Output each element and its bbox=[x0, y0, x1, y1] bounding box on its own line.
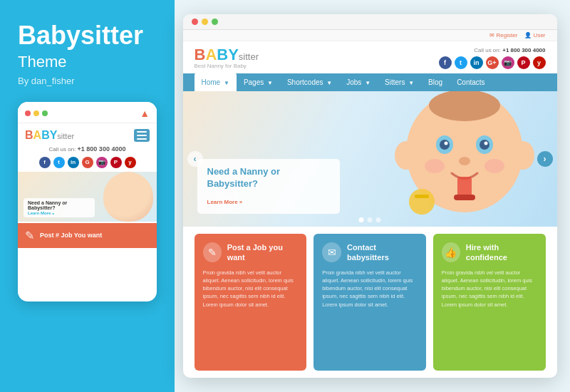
svg-point-4 bbox=[440, 140, 450, 150]
left-panel: Babysitter Theme By dan_fisher ▲ BABYsit… bbox=[0, 0, 175, 392]
svg-rect-16 bbox=[415, 195, 429, 198]
nav-sitters[interactable]: Sitters ▼ bbox=[378, 73, 421, 91]
mobile-logo: BABYsitter bbox=[25, 129, 74, 142]
desktop-callus: Call us on: +1 800 300 4000 bbox=[439, 47, 546, 53]
hamburger-line bbox=[137, 131, 147, 133]
dot-yellow bbox=[202, 19, 208, 25]
mobile-topbar: ▲ bbox=[18, 102, 157, 123]
hero-prev-button[interactable]: ‹ bbox=[187, 151, 203, 167]
mobile-hamburger[interactable] bbox=[134, 129, 150, 142]
feature-card-contact: ✉ Contact babysitters Proin gravida nibh… bbox=[314, 234, 426, 371]
mobile-social: f t in G 📷 P y bbox=[18, 155, 157, 172]
right-panel: ✉ Register 👤 User BABYsitter Best Nanny … bbox=[175, 0, 570, 392]
nav-home[interactable]: Home ▼ bbox=[195, 73, 237, 91]
fc-title-post: Post a Job you want bbox=[227, 242, 298, 263]
feature-card-post: ✎ Post a Job you want Proin gravida nibh… bbox=[195, 234, 307, 371]
pinterest-icon[interactable]: P bbox=[517, 56, 530, 69]
mobile-post-card[interactable]: ✎ Post # Job You want bbox=[18, 223, 157, 248]
thumbsup-icon: 👍 bbox=[442, 242, 460, 262]
dot-yellow bbox=[33, 110, 39, 116]
desktop-logo-text: BABYsitter bbox=[195, 47, 259, 63]
dot-red bbox=[192, 19, 198, 25]
logo-y: BY bbox=[41, 129, 57, 141]
nav-shortcodes[interactable]: Shortcodes ▼ bbox=[280, 73, 339, 91]
linkedin-icon[interactable]: in bbox=[470, 56, 483, 69]
baby-illustration bbox=[393, 91, 536, 227]
desktop-header-right: Call us on: +1 800 300 4000 f t in G+ 📷 … bbox=[439, 47, 546, 69]
dot-green bbox=[42, 110, 48, 116]
mobile-hero-headline: Need a Nanny or Babysitter? bbox=[28, 200, 67, 210]
fc-icon-row: ✉ Contact babysitters bbox=[322, 242, 418, 263]
nav-pages[interactable]: Pages ▼ bbox=[237, 73, 280, 91]
fc-body-hire: Proin gravida nibh vel velit auctor aliq… bbox=[442, 269, 537, 309]
twitter-icon[interactable]: t bbox=[53, 157, 65, 168]
hero-next-button[interactable]: › bbox=[537, 151, 553, 167]
callus-number: +1 800 300 4000 bbox=[502, 47, 545, 53]
hero-learnmore[interactable]: Learn More » bbox=[207, 199, 243, 205]
mobile-hero-text: Need a Nanny or Babysitter? Learn More » bbox=[24, 198, 95, 217]
instagram-icon[interactable]: 📷 bbox=[502, 56, 514, 69]
theme-subtitle: Theme bbox=[18, 53, 157, 71]
desktop-header-top: ✉ Register 👤 User bbox=[183, 30, 557, 41]
svg-point-14 bbox=[512, 141, 534, 170]
hero-dot-1[interactable] bbox=[359, 217, 364, 222]
nav-contacts[interactable]: Contacts bbox=[450, 73, 492, 91]
hero-dots bbox=[359, 217, 381, 222]
svg-point-13 bbox=[395, 141, 418, 170]
logo-sitter: sitter bbox=[57, 132, 74, 140]
nav-blog[interactable]: Blog bbox=[421, 73, 450, 91]
callus-label: Call us on: bbox=[49, 146, 76, 153]
desktop-nav: Home ▼ Pages ▼ Shortcodes ▼ Jobs ▼ Sitte… bbox=[183, 73, 557, 91]
svg-point-9 bbox=[425, 159, 445, 173]
callus-label: Call us on: bbox=[474, 47, 501, 53]
desktop-header: BABYsitter Best Nanny for Baby Call us o… bbox=[183, 41, 557, 73]
instagram-icon[interactable]: 📷 bbox=[96, 157, 108, 168]
mobile-card-label: Post # Job You want bbox=[40, 232, 102, 239]
desktop-mockup: ✉ Register 👤 User BABYsitter Best Nanny … bbox=[183, 14, 557, 378]
envelope-icon: ✉ bbox=[322, 242, 341, 262]
svg-point-1 bbox=[429, 91, 500, 121]
facebook-icon[interactable]: f bbox=[39, 157, 51, 168]
fc-icon-row: ✎ Post a Job you want bbox=[203, 242, 299, 263]
nav-arrow: ▼ bbox=[365, 80, 370, 86]
fc-title-contact: Contact babysitters bbox=[347, 242, 418, 263]
logo-BY: BY bbox=[217, 46, 239, 63]
user-link[interactable]: 👤 User bbox=[524, 32, 545, 38]
pencil-icon: ✎ bbox=[25, 229, 34, 242]
feature-cards: ✎ Post a Job you want Proin gravida nibh… bbox=[183, 227, 557, 378]
google-icon[interactable]: G+ bbox=[486, 56, 499, 69]
pinterest-icon[interactable]: P bbox=[110, 157, 122, 168]
hero-dot-3[interactable] bbox=[376, 217, 381, 222]
pencil-icon: ✎ bbox=[203, 242, 222, 262]
mobile-hero-learnmore[interactable]: Learn More » bbox=[28, 211, 90, 215]
baby-face-sm bbox=[103, 172, 153, 222]
yelp-icon[interactable]: y bbox=[125, 157, 136, 168]
feature-card-hire: 👍 Hire with confidence Proin gravida nib… bbox=[433, 234, 546, 371]
nav-arrow: ▼ bbox=[326, 80, 332, 86]
register-link[interactable]: ✉ Register bbox=[489, 32, 517, 38]
nav-arrow: ▼ bbox=[224, 80, 229, 86]
svg-point-7 bbox=[484, 142, 487, 145]
logo-A: A bbox=[205, 46, 217, 63]
fc-body-contact: Proin gravida nibh vel velit auctor aliq… bbox=[322, 269, 418, 309]
facebook-icon[interactable]: f bbox=[439, 56, 452, 69]
mobile-mockup: ▲ BABYsitter Call us on: +1 800 300 4000… bbox=[18, 102, 157, 301]
fc-title-hire: Hire with confidence bbox=[466, 242, 537, 263]
svg-point-15 bbox=[409, 189, 435, 215]
yelp-icon[interactable]: y bbox=[533, 56, 546, 69]
hamburger-line bbox=[137, 138, 147, 140]
hero-dot-2[interactable] bbox=[368, 217, 373, 222]
mobile-header: BABYsitter bbox=[18, 123, 157, 145]
svg-point-5 bbox=[480, 140, 489, 150]
svg-rect-12 bbox=[454, 195, 475, 200]
logo-tagline: Best Nanny for Baby bbox=[195, 63, 259, 69]
logo-a: A bbox=[33, 129, 42, 141]
twitter-icon[interactable]: t bbox=[455, 56, 467, 69]
fc-body-post: Proin gravida nibh vel velit auctor aliq… bbox=[203, 269, 299, 309]
nav-jobs[interactable]: Jobs ▼ bbox=[339, 73, 378, 91]
linkedin-icon[interactable]: in bbox=[68, 157, 79, 168]
theme-author: By dan_fisher bbox=[18, 76, 157, 86]
google-icon[interactable]: G bbox=[82, 157, 93, 168]
mobile-hero: Need a Nanny or Babysitter? Learn More » bbox=[18, 172, 157, 222]
svg-point-6 bbox=[444, 142, 447, 145]
